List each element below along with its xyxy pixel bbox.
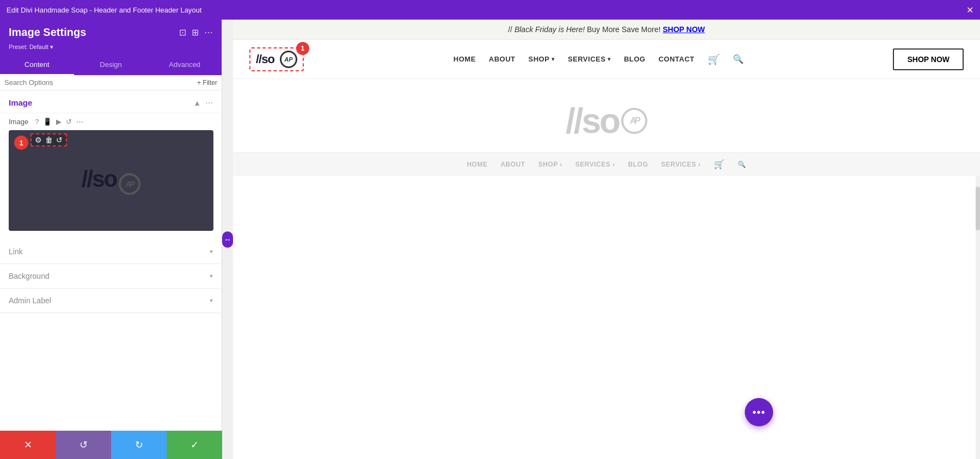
- preset-selector[interactable]: Preset: Default ▾: [0, 42, 222, 55]
- ghost-nav-services: SERVICES ›: [575, 161, 615, 168]
- resize-handle-inner: ↔: [222, 231, 233, 248]
- help-icon[interactable]: ?: [35, 118, 39, 126]
- image-section-title: Image: [9, 98, 32, 107]
- page-content: •••: [233, 176, 980, 459]
- background-label: Background: [9, 272, 50, 280]
- image-preview-area: ⚙ 🗑 ↺ 1 //soAP: [9, 130, 213, 231]
- close-button[interactable]: ✕: [966, 5, 973, 15]
- image-label: Image: [9, 118, 28, 126]
- preview-overlay-controls: ⚙ 🗑 ↺: [30, 133, 67, 146]
- delete-icon[interactable]: 🗑: [45, 136, 53, 144]
- ghost-cart-icon: 🛒: [714, 159, 725, 169]
- panel-header-icons: ⊡ ⊞ ⋯: [179, 27, 213, 38]
- confirm-button[interactable]: ✓: [167, 431, 222, 459]
- admin-label-chevron-icon: ▾: [210, 297, 213, 304]
- nav-link-home[interactable]: HOME: [454, 55, 476, 63]
- ghost-nav: HOME ABOUT SHOP › SERVICES › BLOG SERVIC…: [233, 152, 980, 176]
- panel-header: Image Settings ⊡ ⊞ ⋯: [0, 20, 222, 42]
- title-bar-text: Edit Divi Handmade Soap - Header and Foo…: [7, 6, 201, 14]
- ghost-nav-shop: SHOP ›: [538, 161, 562, 168]
- panel-tabs: Content Design Advanced: [0, 55, 222, 75]
- site-preview: // Black Friday is Here! Buy More Save M…: [233, 20, 980, 459]
- shop-dropdown-icon: ▾: [552, 56, 555, 62]
- nav-link-shop[interactable]: SHOP ▾: [529, 55, 555, 63]
- link-section-header[interactable]: Link ▾: [0, 240, 222, 264]
- image-section-header: Image ▲ ⋯: [0, 90, 222, 113]
- banner-text: Buy More Save More!: [587, 25, 660, 34]
- nav-link-services[interactable]: SERVICES ▾: [568, 55, 611, 63]
- site-logo-area[interactable]: //so AP 1: [249, 47, 304, 71]
- ghost-nav-home: HOME: [467, 161, 487, 168]
- image-more-icon[interactable]: ⋯: [76, 118, 83, 126]
- nav-link-blog[interactable]: BLOG: [624, 55, 646, 63]
- site-logo-text: //so: [256, 52, 274, 66]
- services-dropdown-icon: ▾: [608, 56, 611, 62]
- scrollbar[interactable]: [976, 176, 980, 459]
- image-preview[interactable]: ⚙ 🗑 ↺ 1 //soAP: [9, 130, 213, 231]
- site-nav-links: HOME ABOUT SHOP ▾ SERVICES ▾ BLOG CONTAC…: [454, 53, 744, 65]
- background-chevron-icon: ▾: [210, 272, 213, 280]
- preview-logo-text: //soAP: [82, 166, 140, 195]
- preset-arrow: ▾: [50, 44, 53, 50]
- admin-label-label: Admin Label: [9, 296, 51, 305]
- admin-label-section: Admin Label ▾: [0, 289, 222, 313]
- nav-link-about[interactable]: ABOUT: [489, 55, 516, 63]
- banner-prefix: //: [508, 25, 514, 34]
- section-header-icons: ▲ ⋯: [193, 99, 213, 107]
- page-logo-text: //so: [566, 101, 619, 141]
- shop-now-button[interactable]: SHOP NOW: [893, 48, 964, 70]
- link-label: Link: [9, 247, 23, 256]
- ghost-nav-blog: BLOG: [628, 161, 648, 168]
- cart-icon[interactable]: 🛒: [708, 53, 720, 65]
- title-bar: Edit Divi Handmade Soap - Header and Foo…: [0, 0, 980, 20]
- resize-handle[interactable]: ↔: [222, 20, 233, 459]
- scrollbar-thumb: [976, 187, 980, 230]
- tab-content[interactable]: Content: [0, 55, 74, 75]
- search-bar: + Filter: [0, 75, 222, 90]
- collapse-icon[interactable]: ▲: [193, 99, 201, 107]
- search-input[interactable]: [4, 78, 193, 87]
- background-section-header[interactable]: Background ▾: [0, 264, 222, 288]
- pointer-icon[interactable]: ▶: [56, 118, 62, 126]
- fab-button[interactable]: •••: [745, 398, 773, 426]
- preset-label: Preset: Default: [9, 44, 48, 50]
- revert-icon[interactable]: ↺: [56, 136, 63, 144]
- nav-link-contact[interactable]: CONTACT: [658, 55, 694, 63]
- banner-link[interactable]: SHOP NOW: [663, 25, 705, 34]
- ghost-search-icon: 🔍: [738, 161, 746, 168]
- search-icon[interactable]: 🔍: [733, 54, 744, 64]
- background-section: Background ▾: [0, 264, 222, 289]
- page-logo-big: //so AP: [566, 101, 647, 141]
- site-logo-circle: AP: [280, 51, 297, 68]
- section-more-icon[interactable]: ⋯: [205, 99, 213, 107]
- right-preview: // Black Friday is Here! Buy More Save M…: [233, 20, 980, 459]
- link-section: Link ▾: [0, 240, 222, 264]
- site-banner: // Black Friday is Here! Buy More Save M…: [233, 20, 980, 40]
- link-chevron-icon: ▾: [210, 248, 213, 255]
- panel-title: Image Settings: [9, 26, 86, 39]
- ghost-nav-services2: SERVICES ›: [661, 161, 701, 168]
- preview-badge: 1: [14, 136, 28, 150]
- page-logo-circle: AP: [621, 108, 647, 134]
- reset-icon[interactable]: ↺: [66, 118, 72, 126]
- redo-button[interactable]: ↻: [111, 431, 167, 459]
- site-logo-badge: 1: [296, 42, 309, 55]
- focus-icon[interactable]: ⊡: [179, 27, 186, 38]
- mobile-icon[interactable]: 📱: [43, 118, 52, 126]
- settings-icon[interactable]: ⚙: [35, 136, 42, 144]
- tab-advanced[interactable]: Advanced: [148, 55, 222, 75]
- tab-design[interactable]: Design: [74, 55, 148, 75]
- admin-label-section-header[interactable]: Admin Label ▾: [0, 289, 222, 313]
- filter-button[interactable]: + Filter: [197, 79, 217, 87]
- more-icon[interactable]: ⋯: [204, 27, 213, 38]
- fab-dots-icon: •••: [752, 406, 765, 419]
- image-controls: Image ? 📱 ▶ ↺ ⋯: [0, 113, 222, 130]
- ghost-nav-about: ABOUT: [500, 161, 525, 168]
- cancel-button[interactable]: ✕: [0, 431, 56, 459]
- site-nav: //so AP 1 HOME ABOUT SHOP ▾ SERVICES ▾ B…: [233, 40, 980, 79]
- left-panel: Image Settings ⊡ ⊞ ⋯ Preset: Default ▾ C…: [0, 20, 222, 459]
- page-logo-center: //so AP: [233, 79, 980, 152]
- undo-button[interactable]: ↺: [56, 431, 111, 459]
- layout-icon[interactable]: ⊞: [192, 27, 199, 38]
- action-bar: ✕ ↺ ↻ ✓: [0, 431, 222, 459]
